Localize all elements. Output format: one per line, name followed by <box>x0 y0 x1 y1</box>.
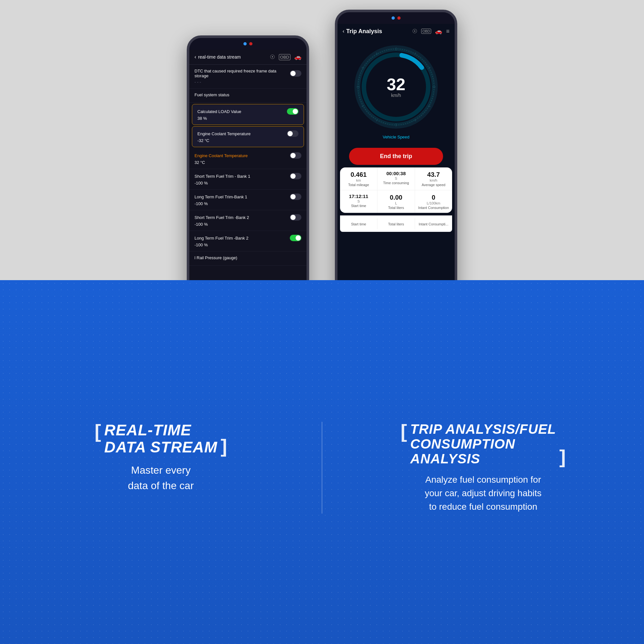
status-indicator-left <box>249 42 252 45</box>
back-nav-left[interactable]: ‹ real-time data stream <box>194 54 241 60</box>
peek-liters-label: Total liters <box>380 222 412 226</box>
stat-time-unit: S <box>380 176 412 180</box>
peek-consumption-label: Intant Consumpti... <box>418 222 450 226</box>
data-item-load-header: Calculated LOAD Value <box>197 108 298 115</box>
status-indicator-right <box>397 16 401 20</box>
data-item-stft1-value: -100 % <box>194 181 301 185</box>
right-phone-content: ‹ Trip Analysis ☉ OBD 🚗 ≡ <box>337 24 455 294</box>
bottom-left-section: [ REAL-TIMEDATA STREAM ] Master everydat… <box>0 422 322 514</box>
data-item-stft2-value: -100 % <box>194 222 301 227</box>
peek-liters: Total liters <box>377 218 415 229</box>
right-section-subtitle: Analyze fuel consumption foryour car, ad… <box>425 473 542 514</box>
toggle-dtc[interactable] <box>290 70 301 77</box>
stat-time: 00:00:38 S Time consuming <box>377 167 415 190</box>
stat-starttime-value: 17:12:11 <box>343 194 374 199</box>
stat-liters: 0.00 L Total liters <box>377 190 415 213</box>
phone-top-bar-left <box>189 38 307 50</box>
stat-mileage: 0.461 km Total mileage <box>340 167 377 190</box>
stat-mileage-unit: km <box>343 178 374 182</box>
stat-starttime-label: Start time <box>343 204 374 208</box>
data-item-ltft2-value: -100 % <box>194 242 301 247</box>
data-item-coolant2-title: Engine Coolant Temperature <box>194 153 248 158</box>
speed-display: 32 km/h <box>387 76 405 98</box>
trip-header: ‹ Trip Analysis ☉ OBD 🚗 ≡ <box>337 24 455 39</box>
bracket-open-left: [ <box>95 422 101 441</box>
data-item-stft1: Short Term Fuel Trim - Bank 1 -100 % <box>189 169 307 190</box>
top-half: ‹ real-time data stream ☉ OBD 🚗 DTC that… <box>0 0 644 280</box>
data-item-dtc: DTC that caused required freeze frame da… <box>189 65 307 89</box>
menu-icon-right[interactable]: ≡ <box>446 28 450 35</box>
stat-consumption-value: 0 <box>418 194 450 201</box>
data-item-load-value: 38 % <box>197 116 298 121</box>
obd-icon[interactable]: OBD <box>279 54 290 60</box>
toggle-coolant2[interactable] <box>290 152 301 159</box>
data-item-stft1-header: Short Term Fuel Trim - Bank 1 <box>194 173 301 179</box>
data-item-rail: l Rail Pressure (gauge) <box>189 251 307 266</box>
data-item-fuel-status-header: Fuel system status <box>194 92 301 97</box>
speed-value: 32 <box>387 76 405 93</box>
stat-avgspeed: 43.7 km/h Average speed <box>415 167 452 190</box>
data-item-ltft1-header: Long Term Fuel Trim-Bank 1 <box>194 194 301 200</box>
stat-avgspeed-value: 43.7 <box>418 171 450 178</box>
data-stream-header: ‹ real-time data stream ☉ OBD 🚗 <box>189 50 307 65</box>
stat-avgspeed-label: Average speed <box>418 183 450 187</box>
end-trip-button[interactable]: End the trip <box>349 148 443 165</box>
right-phone: ‹ Trip Analysis ☉ OBD 🚗 ≡ <box>335 10 457 306</box>
stat-mileage-label: Total mileage <box>343 183 374 187</box>
stat-liters-label: Total liters <box>380 206 412 210</box>
right-section-title: TRIP ANALYSIS/FUELCONSUMPTIONANALYSIS <box>410 422 556 467</box>
data-item-rail-header: l Rail Pressure (gauge) <box>194 255 301 260</box>
bracket-open-right: [ <box>401 422 407 441</box>
peek-starttime-label: Start time <box>343 222 374 226</box>
back-nav-right[interactable]: ‹ Trip Analysis <box>343 28 382 35</box>
data-item-dtc-header: DTC that caused required freeze frame da… <box>194 69 301 78</box>
location-icon-right[interactable]: ☉ <box>412 28 417 35</box>
location-icon[interactable]: ☉ <box>270 53 275 61</box>
stat-mileage-value: 0.461 <box>343 171 374 178</box>
data-item-coolant2-header: Engine Coolant Temperature <box>194 152 301 159</box>
peek-row: Start time Total liters Intant Consumpti… <box>340 215 452 232</box>
data-item-ltft2-header: Long Term Fuel Trim -Bank 2 <box>194 235 301 241</box>
toggle-stft2[interactable] <box>290 214 301 221</box>
data-item-coolant-title: Engine Coolant Temperature <box>197 131 251 136</box>
stat-consumption-unit: L/100km <box>418 201 450 205</box>
car-icon[interactable]: 🚗 <box>294 53 301 61</box>
toggle-load[interactable] <box>287 108 298 115</box>
stat-avgspeed-unit: km/h <box>418 178 450 182</box>
data-item-load-title: Calculated LOAD Value <box>197 109 241 114</box>
stat-starttime: 17:12:11 S Start time <box>340 190 377 213</box>
stat-starttime-unit: S <box>343 199 374 203</box>
vehicle-speed-label: Vehicle Speed <box>337 135 455 139</box>
toggle-ltft2[interactable] <box>290 235 301 241</box>
bottom-right-section: [ TRIP ANALYSIS/FUELCONSUMPTIONANALYSIS … <box>322 422 644 514</box>
data-item-stft2-title: Short Term Fuel Trim -Bank 2 <box>194 215 249 220</box>
data-item-stft1-title: Short Term Fuel Trim - Bank 1 <box>194 174 250 179</box>
data-item-coolant2: Engine Coolant Temperature 32 °C <box>189 148 307 169</box>
data-item-coolant2-value: 32 °C <box>194 160 301 165</box>
toggle-stft1[interactable] <box>290 173 301 179</box>
data-item-stft2: Short Term Fuel Trim -Bank 2 -100 % <box>189 210 307 231</box>
data-item-ltft2-title: Long Term Fuel Trim -Bank 2 <box>194 236 248 241</box>
data-item-fuel-status-title: Fuel system status <box>194 92 229 97</box>
car-icon-right[interactable]: 🚗 <box>435 28 442 35</box>
back-arrow-icon-right: ‹ <box>343 28 344 34</box>
toggle-ltft1[interactable] <box>290 194 301 200</box>
peek-consumption: Intant Consumpti... <box>415 218 452 229</box>
data-item-dtc-value: - - - <box>194 80 301 84</box>
data-item-ltft1-title: Long Term Fuel Trim-Bank 1 <box>194 194 247 199</box>
stat-time-label: Time consuming <box>380 181 412 185</box>
page-container: ‹ real-time data stream ☉ OBD 🚗 DTC that… <box>0 0 644 644</box>
stat-liters-value: 0.00 <box>380 194 412 201</box>
data-item-coolant-header: Engine Coolant Temperature <box>197 130 298 137</box>
stats-row-1: 0.461 km Total mileage 00:00:38 S Time c… <box>340 167 452 190</box>
stat-consumption: 0 L/100km Intant Consumption <box>415 190 452 213</box>
toggle-coolant[interactable] <box>287 130 298 137</box>
camera-indicator-left <box>243 42 247 45</box>
peek-starttime: Start time <box>340 218 377 229</box>
trip-title: Trip Analysis <box>346 28 382 35</box>
obd-icon-right[interactable]: OBD <box>421 29 431 34</box>
left-phone: ‹ real-time data stream ☉ OBD 🚗 DTC that… <box>187 35 309 312</box>
bottom-content: [ REAL-TIMEDATA STREAM ] Master everydat… <box>0 422 644 514</box>
header-icons-right: ☉ OBD 🚗 ≡ <box>412 28 450 35</box>
bottom-half: [ REAL-TIMEDATA STREAM ] Master everydat… <box>0 280 644 644</box>
